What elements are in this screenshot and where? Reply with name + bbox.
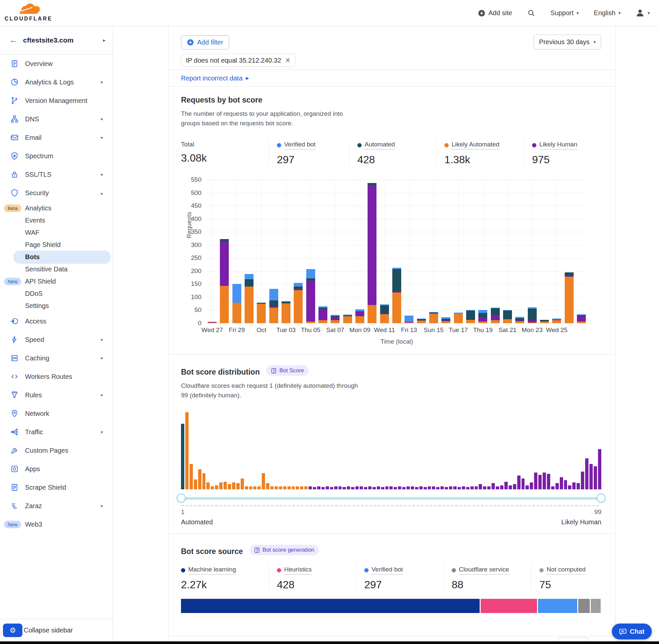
x-tick-label: Oct	[257, 326, 266, 334]
remove-filter-icon[interactable]: ✕	[285, 56, 291, 64]
sidebar-item-api-shield[interactable]: API ShieldNew	[0, 275, 113, 288]
slider-handle-max[interactable]	[597, 493, 606, 503]
stat-not-computed: Not computed75	[531, 565, 603, 591]
histogram-bar-score-35	[326, 486, 329, 489]
card-title: Bot score distribution	[181, 368, 260, 376]
sidebar-item-scrape-shield[interactable]: Scrape Shield	[0, 478, 113, 497]
bar-segment-automated	[503, 310, 512, 319]
settings-gear-button[interactable]: ⚙	[3, 624, 22, 637]
slider-min-value: 1	[181, 508, 185, 516]
collapse-sidebar-button[interactable]: Collapse sidebar	[24, 626, 73, 634]
add-site-label: Add site	[488, 9, 512, 17]
bar-segment-likely-automated	[565, 277, 573, 323]
sidebar-item-custom-pages[interactable]: Custom Pages	[0, 441, 113, 460]
stat-label[interactable]: Cloudflare service	[459, 566, 509, 575]
histogram-bar-score-10	[219, 482, 222, 489]
sidebar-item-traffic[interactable]: Traffic▾	[0, 423, 113, 441]
sidebar-item-zaraz[interactable]: Zaraz▾	[0, 497, 113, 515]
legend-dot	[277, 143, 281, 147]
sidebar-item-analytics[interactable]: AnalyticsBeta	[0, 202, 113, 214]
stat-label[interactable]: Automated	[364, 141, 395, 150]
add-site-button[interactable]: Add site	[478, 9, 512, 17]
chevron-down-icon: ▾	[100, 80, 103, 85]
back-arrow-icon[interactable]: ←	[9, 35, 18, 45]
x-axis-title: Time (local)	[206, 338, 587, 345]
sidebar-item-bots[interactable]: Bots	[0, 251, 113, 263]
gridline	[206, 219, 587, 219]
histogram-bar-score-61	[436, 487, 440, 489]
sidebar-item-version-management[interactable]: Version Management	[0, 91, 113, 110]
sidebar-item-label: Workers Routes	[25, 373, 72, 381]
bot-score-badge[interactable]: Bot Score	[266, 365, 309, 376]
email-icon	[10, 133, 19, 142]
sidebar-item-rules[interactable]: Rules▾	[0, 386, 113, 404]
bot-score-generation-badge[interactable]: Bot score generation	[250, 545, 319, 555]
bar-segment-likely-automated	[220, 286, 229, 323]
overview-icon	[10, 59, 19, 68]
v-gridline	[409, 180, 409, 323]
histogram-bar-score-92	[568, 485, 571, 489]
histogram-bar-score-97	[589, 464, 593, 489]
histogram-bar-score-67	[462, 486, 465, 489]
sidebar-item-analytics-logs[interactable]: Analytics & Logs▾	[0, 73, 113, 91]
sidebar-item-label: Analytics	[25, 204, 51, 212]
sidebar-item-spectrum[interactable]: Spectrum	[0, 147, 113, 165]
date-range-dropdown[interactable]: Previous 30 days ▾	[534, 34, 601, 49]
sidebar-item-speed[interactable]: Speed▾	[0, 330, 113, 349]
account-menu[interactable]: ▾	[636, 8, 650, 18]
stat-label[interactable]: Not computed	[547, 566, 586, 575]
histogram-bar-score-14	[236, 483, 240, 489]
chevron-down-icon: ▾	[648, 10, 650, 16]
sidebar-item-page-shield[interactable]: Page Shield	[0, 239, 113, 251]
chat-button[interactable]: Chat	[612, 624, 652, 639]
custom-pages-icon	[10, 446, 19, 455]
legend-dot	[539, 568, 544, 572]
add-filter-button[interactable]: Add filter	[181, 35, 229, 49]
sidebar-item-overview[interactable]: Overview	[0, 54, 113, 73]
stat-label[interactable]: Verified bot	[284, 141, 315, 150]
site-selector[interactable]: ← cftestsite3.com ▸	[0, 26, 113, 54]
sidebar-item-waf[interactable]: WAF	[0, 227, 113, 239]
score-range-slider[interactable]	[181, 497, 601, 500]
sidebar-item-apps[interactable]: Apps	[0, 460, 113, 478]
sidebar-item-email[interactable]: Email▾	[0, 128, 113, 147]
stat-label[interactable]: Heuristics	[284, 566, 311, 575]
sidebar-item-ssl-tls[interactable]: SSL/TLS▾	[0, 165, 113, 184]
bar-segment-likely-automated	[404, 322, 414, 323]
apps-icon	[10, 465, 19, 473]
histogram-bar-score-77	[504, 482, 508, 489]
support-menu[interactable]: Support ▾	[550, 9, 579, 17]
sidebar-item-network[interactable]: Network	[0, 404, 113, 423]
sidebar-item-ddos[interactable]: DDoS	[0, 288, 113, 300]
stat-label[interactable]: Likely Automated	[452, 141, 499, 150]
bar-segment-automated	[269, 300, 278, 306]
sidebar-item-label: Page Shield	[25, 241, 61, 249]
bar-segment-likely-automated	[417, 321, 426, 323]
sidebar-item-workers-routes[interactable]: Workers Routes	[0, 367, 113, 386]
stat-label[interactable]: Verified bot	[372, 566, 403, 575]
sidebar-item-settings[interactable]: Settings	[0, 300, 113, 312]
sidebar-item-dns[interactable]: DNS▾	[0, 110, 113, 128]
cloudflare-logo[interactable]: CLOUDFLARE	[5, 1, 47, 24]
sidebar-item-sensitive-data[interactable]: Sensitive Data	[0, 263, 113, 275]
search-button[interactable]	[527, 9, 535, 17]
sidebar-item-access[interactable]: Access	[0, 312, 113, 330]
sidebar-item-web3[interactable]: Web3New	[0, 515, 113, 533]
histogram-bar-score-94	[576, 483, 580, 489]
language-menu[interactable]: English ▾	[594, 9, 620, 17]
support-label: Support	[550, 9, 573, 17]
stat-label[interactable]: Machine learning	[188, 566, 236, 575]
slider-captions: Automated Likely Human	[181, 519, 601, 526]
bar-segment-verified-bot	[244, 274, 254, 279]
chevron-down-icon: ▾	[593, 40, 596, 45]
stat-label[interactable]: Likely Human	[539, 141, 577, 150]
chevron-right-icon[interactable]: ▸	[103, 37, 105, 43]
slider-handle-min[interactable]	[177, 493, 186, 503]
report-incorrect-data-link[interactable]: Report incorrect data ▶	[181, 74, 249, 82]
chart-bar	[466, 310, 475, 323]
sidebar-item-events[interactable]: Events	[0, 214, 113, 227]
histogram-bar-score-55	[411, 486, 414, 489]
stat-value: 428	[277, 579, 356, 591]
sidebar-item-security[interactable]: Security▴	[0, 184, 113, 202]
sidebar-item-caching[interactable]: Caching▾	[0, 349, 113, 367]
